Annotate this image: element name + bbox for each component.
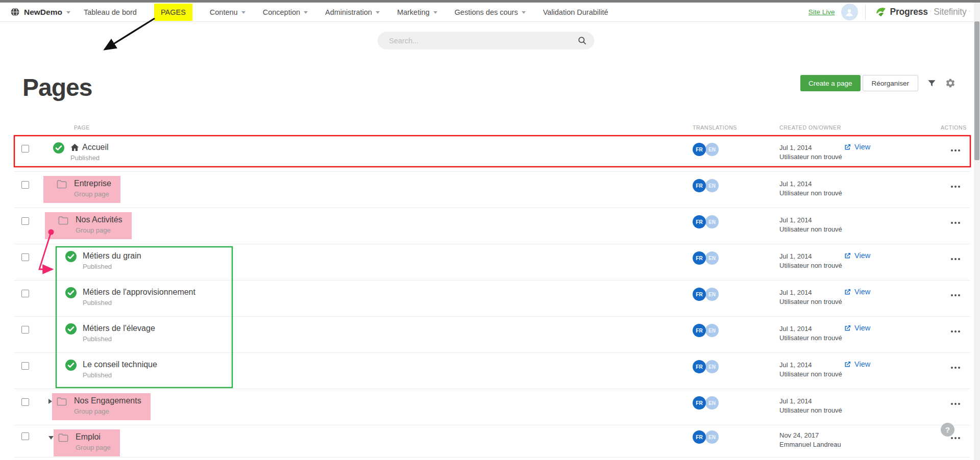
translation-badge-fr[interactable]: FR	[693, 396, 706, 410]
page-status: Group page	[76, 226, 122, 234]
site-selector[interactable]: NewDemo	[10, 7, 70, 17]
view-link[interactable]: View	[844, 324, 870, 332]
owner-name: Utilisateur non trouvé	[779, 334, 850, 343]
nav-item-contenu[interactable]: Contenu	[210, 8, 246, 16]
external-link-icon	[844, 252, 851, 260]
translation-badge-fr[interactable]: FR	[693, 143, 706, 156]
translation-badge-fr[interactable]: FR	[693, 324, 706, 337]
row-checkbox[interactable]	[21, 290, 29, 297]
translation-badge-fr[interactable]: FR	[693, 215, 706, 228]
nav-item-administration[interactable]: Administration	[325, 8, 380, 16]
user-avatar[interactable]	[841, 4, 858, 20]
nav-item-pages[interactable]: PAGES	[154, 4, 192, 21]
view-link[interactable]: View	[844, 360, 870, 368]
row-actions-button[interactable]	[948, 256, 963, 262]
scrollbar-thumb[interactable]	[974, 21, 979, 160]
translation-badge-en[interactable]: EN	[705, 179, 719, 192]
expand-caret-icon[interactable]	[48, 436, 54, 440]
row-checkbox[interactable]	[21, 362, 29, 370]
nav-item-validation-durabilit-[interactable]: Validation Durabilité	[543, 8, 608, 16]
help-button[interactable]: ?	[941, 423, 954, 437]
translation-badge-en[interactable]: EN	[705, 324, 719, 337]
filter-icon[interactable]	[927, 79, 937, 88]
reorganize-button[interactable]: Réorganiser	[863, 75, 919, 91]
chevron-down-icon	[376, 11, 380, 14]
page-status: Published	[70, 154, 109, 162]
nav-item-label: Contenu	[210, 8, 238, 16]
scrollbar-track[interactable]	[974, 0, 980, 460]
created-date: Jul 1, 2014	[779, 361, 844, 370]
chevron-down-icon	[433, 11, 437, 14]
translation-badge-fr[interactable]: FR	[693, 288, 706, 301]
nav-item-label: Validation Durabilité	[543, 8, 608, 16]
table-row: Le conseil technique Published FR EN Jul…	[14, 353, 970, 389]
row-checkbox[interactable]	[21, 326, 29, 334]
row-actions-button[interactable]	[948, 401, 963, 407]
row-actions-button[interactable]	[948, 184, 963, 190]
nav-item-marketing[interactable]: Marketing	[397, 8, 437, 16]
owner-name: Utilisateur non trouvé	[779, 370, 850, 379]
row-checkbox[interactable]	[21, 398, 29, 406]
page-name[interactable]: Nos Engagements	[74, 396, 141, 405]
expand-caret-icon[interactable]	[48, 399, 52, 404]
page-name[interactable]: Nos Activités	[76, 215, 122, 224]
row-checkbox[interactable]	[21, 181, 29, 189]
owner-name: Emmanuel Landreau	[779, 440, 850, 449]
row-checkbox[interactable]	[21, 432, 29, 440]
page-name[interactable]: Métiers de l'élevage	[83, 324, 155, 333]
row-actions-button[interactable]	[948, 328, 963, 335]
progress-sitefinity-logo: Progress' Sitefinity'	[875, 6, 970, 18]
view-link[interactable]: View	[844, 251, 870, 260]
page-status: Published	[83, 371, 157, 379]
table-row: Nos Engagements Group page FR EN Jul 1, …	[14, 389, 970, 425]
nav-item-gestions-des-cours[interactable]: Gestions des cours	[455, 8, 526, 16]
nav-item-tableau-de-bord[interactable]: Tableau de bord	[84, 8, 137, 16]
row-actions-button[interactable]	[948, 292, 963, 298]
page-name[interactable]: Le conseil technique	[83, 360, 157, 369]
page-name[interactable]: Emploi	[76, 432, 101, 442]
external-link-icon	[844, 143, 851, 151]
create-page-button[interactable]: Create a page	[800, 75, 861, 91]
translation-badge-en[interactable]: EN	[705, 396, 719, 410]
divider	[865, 5, 866, 20]
row-checkbox[interactable]	[21, 217, 29, 225]
view-link[interactable]: View	[844, 288, 870, 296]
page-name[interactable]: Métiers du grain	[83, 251, 141, 261]
search-input[interactable]	[388, 36, 573, 45]
search-icon[interactable]	[577, 36, 587, 45]
row-checkbox[interactable]	[21, 145, 29, 152]
translation-badge-en[interactable]: EN	[705, 360, 719, 373]
translation-badge-en[interactable]: EN	[705, 288, 719, 301]
gear-icon[interactable]	[945, 78, 955, 88]
created-date: Nov 24, 2017	[779, 431, 844, 440]
page-name[interactable]: Entreprise	[74, 179, 111, 188]
row-checkbox[interactable]	[21, 253, 29, 261]
translation-badge-en[interactable]: EN	[705, 251, 719, 265]
translation-badge-fr[interactable]: FR	[693, 360, 706, 373]
view-link-label: View	[854, 143, 870, 151]
page-name[interactable]: Accueil	[82, 143, 109, 152]
row-actions-button[interactable]	[948, 147, 963, 154]
folder-icon	[58, 432, 69, 443]
translation-badge-fr[interactable]: FR	[693, 251, 706, 265]
table-row: Métiers de l'élevage Published FR EN Jul…	[14, 317, 970, 353]
table-row: Métiers du grain Published FR EN Jul 1, …	[14, 244, 970, 280]
nav-item-label: PAGES	[161, 8, 186, 16]
chevron-down-icon	[66, 11, 70, 14]
published-check-icon	[65, 287, 77, 299]
translation-badge-en[interactable]: EN	[705, 143, 719, 156]
view-link-label: View	[854, 251, 870, 260]
site-name: NewDemo	[24, 8, 62, 17]
translation-badge-fr[interactable]: FR	[693, 430, 706, 444]
translation-badge-en[interactable]: EN	[705, 215, 719, 228]
view-link[interactable]: View	[844, 143, 870, 151]
page-name[interactable]: Métiers de l'approvisionnement	[83, 288, 195, 297]
row-actions-button[interactable]	[948, 365, 963, 371]
nav-item-conception[interactable]: Conception	[263, 8, 308, 16]
translation-badge-fr[interactable]: FR	[693, 179, 706, 192]
page-status: Group page	[74, 407, 141, 415]
row-actions-button[interactable]	[948, 220, 963, 226]
created-date: Jul 1, 2014	[779, 252, 844, 261]
translation-badge-en[interactable]: EN	[705, 430, 719, 444]
site-live-link[interactable]: Site Live	[808, 8, 835, 16]
